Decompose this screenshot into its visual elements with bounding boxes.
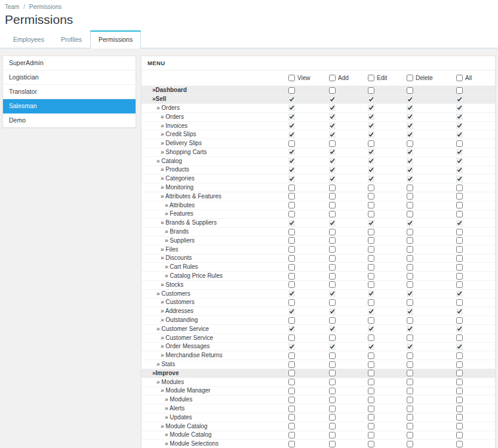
permission-checkbox-all[interactable] <box>456 352 463 359</box>
permission-checkbox-all[interactable] <box>456 220 463 226</box>
permission-checkbox-edit[interactable] <box>368 361 374 368</box>
permission-checkbox-all[interactable] <box>456 185 463 191</box>
permission-checkbox-edit[interactable] <box>368 122 374 129</box>
permission-checkbox-delete[interactable] <box>407 432 413 438</box>
permission-checkbox-add[interactable] <box>329 361 336 368</box>
permission-checkbox-all[interactable] <box>456 113 463 120</box>
permission-checkbox-all[interactable] <box>456 229 463 235</box>
permission-checkbox-view[interactable] <box>288 335 295 341</box>
permission-checkbox-edit[interactable] <box>368 423 374 429</box>
permission-checkbox-add[interactable] <box>329 140 336 147</box>
column-toggle-checkbox-view[interactable] <box>288 75 295 81</box>
permission-checkbox-view[interactable] <box>288 264 295 271</box>
permission-checkbox-all[interactable] <box>456 370 463 376</box>
permission-checkbox-all[interactable] <box>456 264 463 271</box>
permission-checkbox-add[interactable] <box>329 343 336 350</box>
permission-checkbox-edit[interactable] <box>368 193 374 200</box>
permission-checkbox-view[interactable] <box>288 229 295 235</box>
permission-checkbox-view[interactable] <box>288 290 295 297</box>
permission-checkbox-all[interactable] <box>456 432 463 438</box>
permission-checkbox-view[interactable] <box>288 326 295 332</box>
permission-checkbox-add[interactable] <box>329 308 336 315</box>
permission-checkbox-add[interactable] <box>329 281 336 288</box>
permission-checkbox-edit[interactable] <box>368 370 374 376</box>
permission-checkbox-edit[interactable] <box>368 167 374 173</box>
permission-checkbox-delete[interactable] <box>407 113 413 120</box>
permission-checkbox-edit[interactable] <box>368 220 374 226</box>
permission-checkbox-all[interactable] <box>456 122 463 129</box>
permission-checkbox-add[interactable] <box>329 122 336 129</box>
permission-checkbox-all[interactable] <box>456 397 463 403</box>
permission-checkbox-all[interactable] <box>456 176 463 182</box>
permission-checkbox-view[interactable] <box>288 299 295 306</box>
permission-checkbox-edit[interactable] <box>368 105 374 111</box>
permission-checkbox-edit[interactable] <box>368 87 374 94</box>
permission-checkbox-delete[interactable] <box>407 96 413 103</box>
permission-checkbox-delete[interactable] <box>407 149 413 155</box>
permission-checkbox-delete[interactable] <box>407 388 413 394</box>
permission-checkbox-view[interactable] <box>288 246 295 253</box>
permission-checkbox-add[interactable] <box>329 255 336 262</box>
permission-checkbox-delete[interactable] <box>407 414 413 421</box>
permission-checkbox-add[interactable] <box>329 202 336 208</box>
permission-checkbox-all[interactable] <box>456 361 463 368</box>
permission-checkbox-add[interactable] <box>329 229 336 235</box>
permission-checkbox-add[interactable] <box>329 370 336 376</box>
permission-checkbox-delete[interactable] <box>407 423 413 429</box>
tab-permissions[interactable]: Permissions <box>90 30 141 48</box>
permission-checkbox-delete[interactable] <box>407 370 413 376</box>
permission-checkbox-delete[interactable] <box>407 193 413 200</box>
permission-checkbox-all[interactable] <box>456 202 463 208</box>
permission-checkbox-edit[interactable] <box>368 176 374 182</box>
permission-checkbox-all[interactable] <box>456 193 463 200</box>
permission-checkbox-add[interactable] <box>329 414 336 421</box>
permission-checkbox-edit[interactable] <box>368 299 374 306</box>
permission-checkbox-delete[interactable] <box>407 273 413 280</box>
permission-checkbox-edit[interactable] <box>368 335 374 341</box>
permission-checkbox-delete[interactable] <box>407 211 413 217</box>
profile-item-logistician[interactable]: Logistician <box>3 70 136 85</box>
permission-checkbox-all[interactable] <box>456 105 463 111</box>
permission-checkbox-add[interactable] <box>329 264 336 271</box>
permission-checkbox-add[interactable] <box>329 185 336 191</box>
permission-checkbox-all[interactable] <box>456 423 463 429</box>
permission-checkbox-edit[interactable] <box>368 211 374 217</box>
permission-checkbox-all[interactable] <box>456 96 463 103</box>
permission-checkbox-view[interactable] <box>288 273 295 280</box>
permission-checkbox-all[interactable] <box>456 299 463 306</box>
permission-checkbox-view[interactable] <box>288 388 295 394</box>
permission-checkbox-add[interactable] <box>329 388 336 394</box>
permission-checkbox-edit[interactable] <box>368 406 374 412</box>
permission-checkbox-view[interactable] <box>288 140 295 147</box>
permission-checkbox-add[interactable] <box>329 220 336 226</box>
permission-checkbox-edit[interactable] <box>368 113 374 120</box>
permission-checkbox-add[interactable] <box>329 131 336 138</box>
permission-checkbox-delete[interactable] <box>407 281 413 288</box>
permission-checkbox-delete[interactable] <box>407 290 413 297</box>
permission-checkbox-all[interactable] <box>456 87 463 94</box>
permission-checkbox-edit[interactable] <box>368 317 374 324</box>
permission-checkbox-all[interactable] <box>456 379 463 385</box>
permission-checkbox-view[interactable] <box>288 414 295 421</box>
column-toggle-checkbox-edit[interactable] <box>368 75 374 81</box>
permission-checkbox-view[interactable] <box>288 158 295 164</box>
permission-checkbox-edit[interactable] <box>368 229 374 235</box>
tab-employees[interactable]: Employees <box>5 31 53 48</box>
permission-checkbox-add[interactable] <box>329 158 336 164</box>
breadcrumb-parent[interactable]: Team <box>5 4 19 10</box>
permission-checkbox-view[interactable] <box>288 96 295 103</box>
permission-checkbox-view[interactable] <box>288 317 295 324</box>
permission-checkbox-view[interactable] <box>288 87 295 94</box>
permission-checkbox-all[interactable] <box>456 167 463 173</box>
permission-checkbox-delete[interactable] <box>407 406 413 412</box>
permission-checkbox-view[interactable] <box>288 122 295 129</box>
permission-checkbox-delete[interactable] <box>407 335 413 341</box>
permission-checkbox-add[interactable] <box>329 87 336 94</box>
permission-checkbox-delete[interactable] <box>407 220 413 226</box>
permission-checkbox-add[interactable] <box>329 432 336 438</box>
tab-profiles[interactable]: Profiles <box>53 31 90 48</box>
permission-checkbox-add[interactable] <box>329 352 336 359</box>
permission-checkbox-all[interactable] <box>456 158 463 164</box>
permission-checkbox-edit[interactable] <box>368 185 374 191</box>
permission-checkbox-all[interactable] <box>456 131 463 138</box>
